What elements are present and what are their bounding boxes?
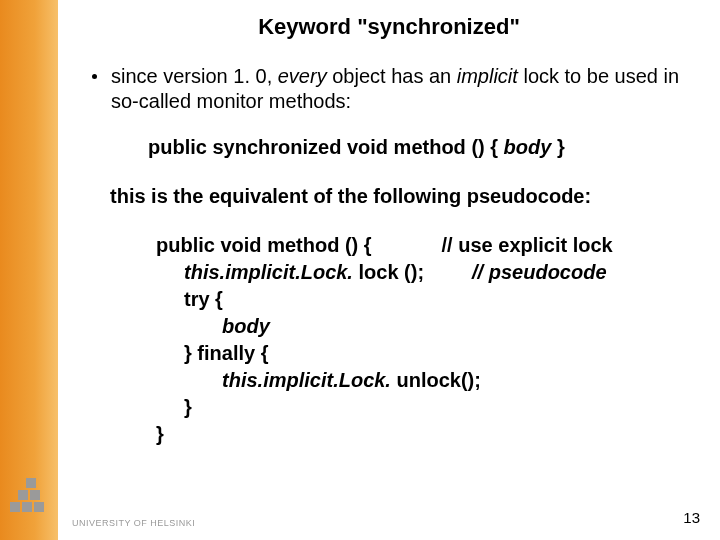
university-label: UNIVERSITY OF HELSINKI xyxy=(72,518,195,528)
accent-sidebar xyxy=(0,0,58,540)
bullet-dot-icon xyxy=(92,74,97,79)
code-line: } xyxy=(156,394,720,421)
bullet-text: since version 1. 0, every object has an … xyxy=(111,64,700,114)
kw-public: public xyxy=(148,136,212,158)
text: unlock(); xyxy=(391,369,481,391)
svg-rect-3 xyxy=(10,502,20,512)
code-line: try { xyxy=(156,286,720,313)
page-number: 13 xyxy=(683,509,700,526)
code-line: } xyxy=(156,421,720,448)
text: object has an xyxy=(327,65,457,87)
comment: // pseudocode xyxy=(472,261,606,283)
text: method xyxy=(267,234,339,256)
text: () { xyxy=(339,234,371,256)
pseudocode-block: public void method () {// use explicit l… xyxy=(156,232,720,448)
text: implicit.Lock. xyxy=(263,369,391,391)
bullet-item: since version 1. 0, every object has an … xyxy=(92,64,700,114)
code-line: } finally { xyxy=(156,340,720,367)
svg-rect-0 xyxy=(26,478,36,488)
code-line-1: public synchronized void method () { bod… xyxy=(148,136,720,159)
svg-rect-5 xyxy=(34,502,44,512)
slide-title: Keyword "synchronized" xyxy=(58,14,720,40)
text: public void xyxy=(156,234,267,256)
text: this. xyxy=(184,261,225,283)
svg-rect-4 xyxy=(22,502,32,512)
university-logo-icon xyxy=(10,476,60,530)
text: lock (); xyxy=(353,261,424,283)
text: this. xyxy=(222,369,263,391)
text: since version 1. 0, xyxy=(111,65,278,87)
kw-body: body xyxy=(504,136,552,158)
kw-method: method xyxy=(394,136,466,158)
comment: // use explicit lock xyxy=(442,234,613,256)
text: () { xyxy=(466,136,504,158)
text-every: every xyxy=(278,65,327,87)
text-implicit: implicit xyxy=(457,65,518,87)
code-line: public void method () {// use explicit l… xyxy=(156,232,720,259)
text: implicit.Lock. xyxy=(225,261,353,283)
svg-rect-1 xyxy=(18,490,28,500)
kw-void: void xyxy=(341,136,393,158)
code-line: this.implicit.Lock. unlock(); xyxy=(156,367,720,394)
slide-content: Keyword "synchronized" since version 1. … xyxy=(58,0,720,540)
svg-rect-2 xyxy=(30,490,40,500)
text: } xyxy=(551,136,564,158)
code-line: this.implicit.Lock. lock ();// pseudocod… xyxy=(156,259,720,286)
kw-synchronized: synchronized xyxy=(212,136,341,158)
code-line: body xyxy=(156,313,720,340)
equivalent-text: this is the equivalent of the following … xyxy=(110,185,700,208)
